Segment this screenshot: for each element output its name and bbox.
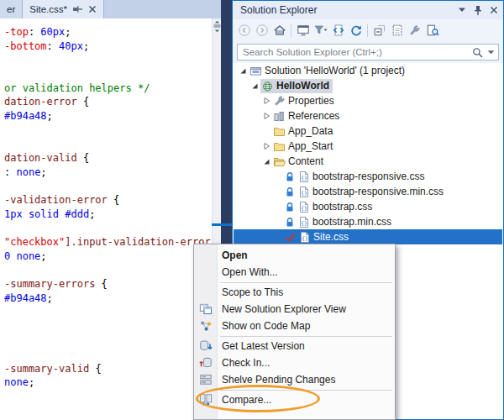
expand-arrow-icon[interactable] <box>260 140 272 152</box>
menu-item-open[interactable]: Open <box>194 247 395 264</box>
menu-item-shelve-pending-changes[interactable]: Shelve Pending Changes <box>194 371 395 388</box>
sync-active-document-button[interactable] <box>330 22 346 39</box>
lock-icon <box>285 202 295 213</box>
tree-item-content: HelloWorld <box>260 79 333 93</box>
back-icon <box>238 24 251 37</box>
search-icon[interactable] <box>472 47 483 58</box>
tree-item-bootstrap-min-css[interactable]: {}bootstrap.min.css <box>234 214 502 229</box>
code-line <box>4 139 212 153</box>
check-in-icon <box>194 356 218 370</box>
tab-label: Site.css* <box>29 4 67 14</box>
expand-arrow-icon[interactable] <box>260 95 272 107</box>
tree-item-label: App_Start <box>288 140 333 152</box>
tree-item-label: Properties <box>288 95 334 107</box>
switch-views-button[interactable] <box>295 22 311 39</box>
show-all-files-button[interactable] <box>389 22 405 39</box>
code-line: dation-error { <box>4 96 212 110</box>
lock-icon <box>285 171 295 182</box>
forward-icon <box>255 24 269 37</box>
tree-item-label: bootstrap.css <box>312 201 372 213</box>
code-line <box>4 54 212 68</box>
tab-partial[interactable]: er <box>0 0 23 18</box>
toolbar-separator <box>367 24 368 37</box>
refresh-button[interactable] <box>348 22 364 39</box>
tree-item-label: Solution 'HelloWorld' (1 project) <box>265 65 405 76</box>
tree-item-app-data[interactable]: App_Data <box>234 123 502 139</box>
search-input[interactable] <box>243 47 468 57</box>
collapse-arrow-icon[interactable] <box>249 80 260 92</box>
tree-item-content: References <box>272 109 343 123</box>
references-icon <box>273 110 286 123</box>
menu-item-open-with[interactable]: Open With... <box>194 264 395 281</box>
menu-item-compare[interactable]: Compare... <box>194 391 395 408</box>
tree-item-properties[interactable]: Properties <box>234 93 502 108</box>
close-tab-icon[interactable] <box>88 5 97 13</box>
lock-icon <box>285 217 295 228</box>
code-line <box>4 349 212 363</box>
folder-icon <box>273 140 286 153</box>
tree-item-app-start[interactable]: App_Start <box>234 139 502 154</box>
menu-item-check-in[interactable]: Check In... <box>194 354 395 371</box>
toolbar-separator <box>291 24 291 37</box>
tree-item-content: App_Start <box>272 139 336 154</box>
tree-item-solution-helloworld-1-project[interactable]: Solution 'HelloWorld' (1 project) <box>234 63 502 78</box>
menu-item-label: Open With... <box>222 266 278 278</box>
tree-item-content[interactable]: Content <box>234 154 502 169</box>
tree-item-label: Site.css <box>313 231 349 243</box>
solution-explorer-toolbar <box>233 19 503 41</box>
code-line: 1px solid #ddd; <box>4 208 212 223</box>
close-panel-button[interactable] <box>490 6 498 14</box>
tree-item-helloworld[interactable]: HelloWorld <box>234 78 502 93</box>
collapse-arrow-icon[interactable] <box>260 155 272 167</box>
pending-filter-button[interactable] <box>312 22 328 39</box>
window-position-button[interactable] <box>458 7 466 13</box>
tab-site-css[interactable]: Site.css* <box>23 0 104 18</box>
code-line: -bottom: 40px; <box>4 40 212 55</box>
scrollbar-position-marker <box>212 223 232 226</box>
back-button[interactable] <box>236 22 252 39</box>
menu-item-get-latest-version[interactable]: Get Latest Version <box>194 338 395 354</box>
home-button[interactable] <box>271 22 287 39</box>
switch-views-icon <box>297 24 310 37</box>
collapse-all-button[interactable] <box>371 22 387 39</box>
tree-item-references[interactable]: References <box>234 108 502 123</box>
menu-item-scope-to-this[interactable]: Scope to This <box>194 284 395 301</box>
search-options-chevron-icon[interactable] <box>487 50 495 55</box>
pin-panel-button[interactable] <box>473 5 483 16</box>
code-line <box>4 307 212 321</box>
menu-item-label: Scope to This <box>222 286 283 298</box>
css-file-icon: {} <box>297 186 310 198</box>
menu-item-new-solution-explorer-view[interactable]: New Solution Explorer View <box>194 301 395 318</box>
tree-item-site-css[interactable]: {}Site.css <box>234 229 502 244</box>
expand-arrow-icon[interactable] <box>260 110 272 122</box>
collapse-arrow-icon[interactable] <box>237 65 249 76</box>
menu-item-label: Show on Code Map <box>222 320 310 332</box>
forward-button[interactable] <box>254 22 270 39</box>
menu-item-label: Shelve Pending Changes <box>222 374 335 386</box>
code-line: -summary-valid { <box>4 363 212 377</box>
editor-pane: er Site.css* -top: 60px;-bottom: 40px;or… <box>0 0 221 420</box>
menu-item-show-on-code-map[interactable]: Show on Code Map <box>194 318 395 334</box>
tree-item-label: Content <box>288 155 323 167</box>
code-line: #b94a48; <box>4 110 212 124</box>
preview-selected-button[interactable] <box>424 22 440 39</box>
tree-item-content: {}bootstrap-responsive.min.css <box>284 185 447 199</box>
preview-selected-icon <box>426 24 439 37</box>
sync-active-document-icon <box>332 24 345 37</box>
svg-text:{}: {} <box>301 205 307 212</box>
pin-tab-icon[interactable] <box>72 4 83 14</box>
document-tab-strip: er Site.css* <box>0 0 221 18</box>
svg-text:{}: {} <box>302 235 308 242</box>
code-map-icon <box>194 319 218 333</box>
code-line: -validation-error { <box>4 194 212 208</box>
tree-item-bootstrap-responsive-css[interactable]: {}bootstrap-responsive.css <box>234 169 502 184</box>
properties-button[interactable] <box>407 22 423 39</box>
code-line: none; <box>4 376 212 391</box>
svg-text:{}: {} <box>301 190 307 197</box>
tree-item-label: HelloWorld <box>276 80 329 92</box>
tree-item-bootstrap-css[interactable]: {}bootstrap.css <box>234 199 502 214</box>
tree-item-bootstrap-responsive-min-css[interactable]: {}bootstrap-responsive.min.css <box>234 184 502 199</box>
home-icon <box>273 24 286 37</box>
solution-explorer-titlebar: Solution Explorer <box>233 1 503 19</box>
code-editor[interactable]: -top: 60px;-bottom: 40px;or validation h… <box>0 18 212 420</box>
